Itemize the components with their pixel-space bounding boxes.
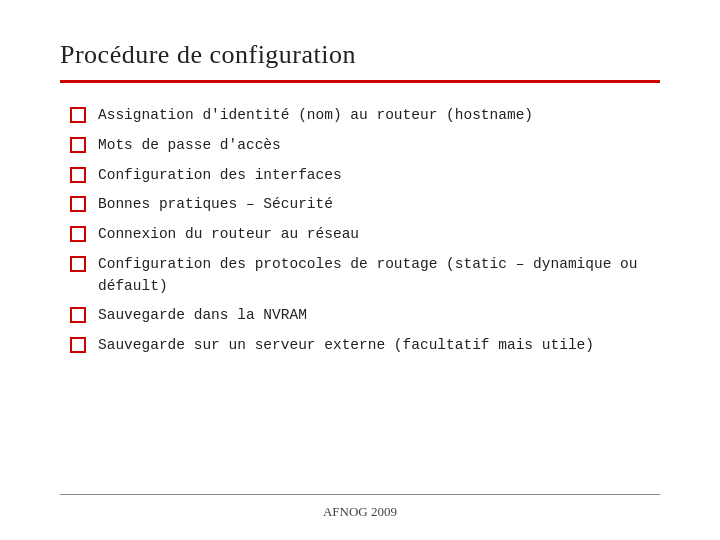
bullet-icon [70, 256, 86, 272]
bullet-icon [70, 307, 86, 323]
list-item: Assignation d'identité (nom) au routeur … [70, 105, 660, 127]
list-item: Mots de passe d'accès [70, 135, 660, 157]
bullet-list: Assignation d'identité (nom) au routeur … [70, 105, 660, 357]
bullet-icon [70, 337, 86, 353]
slide: Procédure de configuration Assignation d… [0, 0, 720, 540]
list-item: Sauvegarde dans la NVRAM [70, 305, 660, 327]
bullet-text: Sauvegarde dans la NVRAM [98, 305, 660, 327]
footer-text: AFNOG 2009 [0, 504, 720, 520]
bullet-icon [70, 196, 86, 212]
bullet-icon [70, 107, 86, 123]
list-item: Configuration des protocoles de routage … [70, 254, 660, 298]
bullet-text: Bonnes pratiques – Sécurité [98, 194, 660, 216]
bullet-text: Assignation d'identité (nom) au routeur … [98, 105, 660, 127]
bullet-text: Sauvegarde sur un serveur externe (facul… [98, 335, 660, 357]
list-item: Sauvegarde sur un serveur externe (facul… [70, 335, 660, 357]
title-underline [60, 80, 660, 83]
list-item: Connexion du routeur au réseau [70, 224, 660, 246]
slide-title: Procédure de configuration [60, 40, 660, 70]
bullet-text: Connexion du routeur au réseau [98, 224, 660, 246]
bullet-text: Configuration des protocoles de routage … [98, 254, 660, 298]
bullet-text: Configuration des interfaces [98, 165, 660, 187]
list-item: Configuration des interfaces [70, 165, 660, 187]
content-area: Assignation d'identité (nom) au routeur … [60, 105, 660, 357]
title-section: Procédure de configuration [60, 40, 660, 83]
footer-line [60, 494, 660, 496]
bullet-text: Mots de passe d'accès [98, 135, 660, 157]
list-item: Bonnes pratiques – Sécurité [70, 194, 660, 216]
bullet-icon [70, 137, 86, 153]
bullet-icon [70, 226, 86, 242]
bullet-icon [70, 167, 86, 183]
